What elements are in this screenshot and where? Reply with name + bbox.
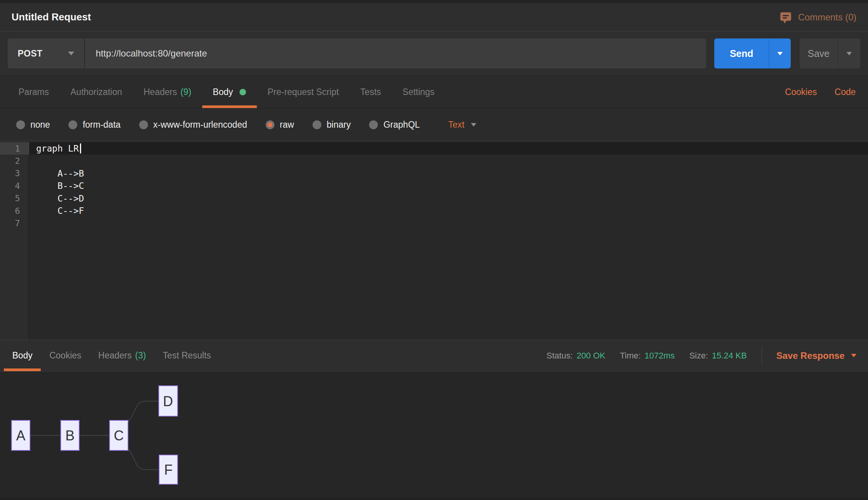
- window-top-strip: [0, 0, 868, 3]
- edge-c-f: [128, 449, 159, 470]
- tab-body[interactable]: Body: [202, 76, 257, 108]
- tab-params-label: Params: [18, 87, 49, 97]
- line-number: 3: [0, 167, 29, 180]
- chevron-down-icon: [68, 52, 74, 55]
- chevron-down-icon: [777, 52, 783, 55]
- response-tab-headers[interactable]: Headers (3): [90, 340, 155, 371]
- radio-graphql-label: GraphQL: [383, 120, 420, 130]
- tab-authorization-label: Authorization: [70, 87, 122, 97]
- response-tab-headers-label: Headers: [98, 350, 132, 361]
- editor-line[interactable]: 1 graph LR: [0, 142, 868, 155]
- send-options-button[interactable]: [769, 38, 791, 68]
- line-number: 5: [0, 192, 29, 205]
- tab-tests-label: Tests: [360, 87, 381, 97]
- vertical-divider: [762, 347, 762, 365]
- save-button-group: Save: [800, 38, 860, 68]
- send-button-group: Send: [714, 38, 791, 68]
- request-tab-bar-right: Cookies Code: [785, 76, 868, 108]
- response-tab-cookies[interactable]: Cookies: [41, 340, 90, 371]
- radio-circle-icon: [369, 120, 378, 129]
- response-tab-body-label: Body: [12, 350, 32, 361]
- radio-form-data-label: form-data: [83, 120, 120, 130]
- editor-line[interactable]: 5 C-->D: [0, 192, 868, 205]
- radio-circle-icon: [139, 120, 148, 129]
- radio-circle-icon: [68, 120, 77, 129]
- radio-circle-icon: [313, 120, 321, 129]
- response-tab-bar: Body Cookies Headers (3) Test Results St…: [0, 340, 868, 372]
- graph-node-f: F: [159, 455, 178, 484]
- response-tab-test-results[interactable]: Test Results: [155, 340, 219, 371]
- time-value: 1072ms: [645, 351, 675, 361]
- radio-x-www-form-urlencoded[interactable]: x-www-form-urlencoded: [139, 120, 247, 130]
- body-code-editor[interactable]: 1 graph LR 2 3 A-->B 4 B-->C 5 C-->D: [0, 141, 868, 340]
- node-label: F: [164, 462, 173, 478]
- status-label: Status:: [547, 351, 573, 361]
- comment-bubble-icon: [779, 11, 792, 24]
- radio-none-label: none: [30, 120, 50, 130]
- line-number: 2: [0, 155, 29, 167]
- tab-pre-request-script-label: Pre-request Script: [268, 87, 339, 97]
- tab-pre-request-script[interactable]: Pre-request Script: [257, 76, 349, 108]
- cookies-link[interactable]: Cookies: [785, 87, 817, 97]
- edge-c-d: [128, 401, 159, 422]
- graph-node-a: A: [12, 420, 30, 450]
- response-status: Status: 200 OK: [547, 351, 605, 361]
- editor-line[interactable]: 3 A-->B: [0, 167, 868, 180]
- save-response-button[interactable]: Save Response: [777, 350, 856, 361]
- line-number: 6: [0, 205, 29, 217]
- time-label: Time:: [620, 351, 641, 361]
- node-label: B: [65, 428, 75, 443]
- response-meta: Status: 200 OK Time: 1072ms Size: 15.24 …: [547, 340, 868, 371]
- line-number: 4: [0, 180, 29, 192]
- page-title: Untitled Request: [12, 3, 91, 31]
- radio-form-data[interactable]: form-data: [68, 120, 120, 130]
- code-text: B-->C: [30, 181, 84, 191]
- tab-tests[interactable]: Tests: [349, 76, 392, 108]
- code-text: C-->D: [30, 193, 84, 203]
- save-options-button[interactable]: [838, 38, 860, 68]
- code-text: C-->F: [30, 206, 84, 216]
- send-button[interactable]: Send: [714, 38, 769, 68]
- save-button[interactable]: Save: [800, 38, 838, 68]
- response-tab-body[interactable]: Body: [4, 340, 41, 371]
- size-label: Size:: [689, 351, 708, 361]
- editor-line[interactable]: 7: [0, 217, 868, 229]
- url-bar: POST http://localhost:80/generate: [8, 38, 706, 68]
- tab-settings[interactable]: Settings: [392, 76, 445, 108]
- tab-authorization[interactable]: Authorization: [60, 76, 133, 108]
- tab-headers[interactable]: Headers (9): [133, 76, 202, 108]
- code-text: graph LR: [30, 143, 79, 153]
- text-cursor: [80, 143, 81, 153]
- url-row: POST http://localhost:80/generate Send S…: [0, 32, 868, 75]
- graph-node-b: B: [61, 420, 79, 450]
- chevron-down-icon: [846, 52, 852, 55]
- editor-line[interactable]: 6 C-->F: [0, 205, 868, 217]
- url-value: http://localhost:80/generate: [96, 48, 207, 59]
- tab-headers-label: Headers: [144, 87, 177, 97]
- radio-selected-icon: [266, 120, 274, 129]
- tab-params[interactable]: Params: [8, 76, 60, 108]
- radio-binary-label: binary: [327, 120, 351, 130]
- size-value: 15.24 KB: [712, 351, 747, 361]
- comments-button[interactable]: Comments (0): [779, 3, 856, 31]
- url-input[interactable]: http://localhost:80/generate: [85, 38, 706, 68]
- raw-format-dropdown[interactable]: Text: [448, 120, 476, 130]
- editor-line[interactable]: 2: [0, 155, 868, 167]
- tab-settings-label: Settings: [402, 87, 434, 97]
- code-link[interactable]: Code: [835, 87, 856, 97]
- method-select[interactable]: POST: [8, 38, 85, 68]
- bottom-edge-strip: [0, 498, 868, 500]
- status-value: 200 OK: [577, 351, 605, 361]
- radio-binary[interactable]: binary: [313, 120, 351, 130]
- radio-none[interactable]: none: [16, 120, 50, 130]
- response-time: Time: 1072ms: [620, 351, 675, 361]
- radio-graphql[interactable]: GraphQL: [369, 120, 420, 130]
- node-label: C: [114, 428, 124, 443]
- response-body-panel: A B C D F: [0, 372, 868, 500]
- request-header: Untitled Request Comments (0): [0, 0, 868, 32]
- editor-line[interactable]: 4 B-->C: [0, 180, 868, 192]
- radio-x-www-form-urlencoded-label: x-www-form-urlencoded: [153, 120, 247, 130]
- node-label: A: [16, 428, 25, 443]
- response-headers-count-badge: (3): [135, 350, 146, 361]
- radio-raw[interactable]: raw: [266, 120, 294, 130]
